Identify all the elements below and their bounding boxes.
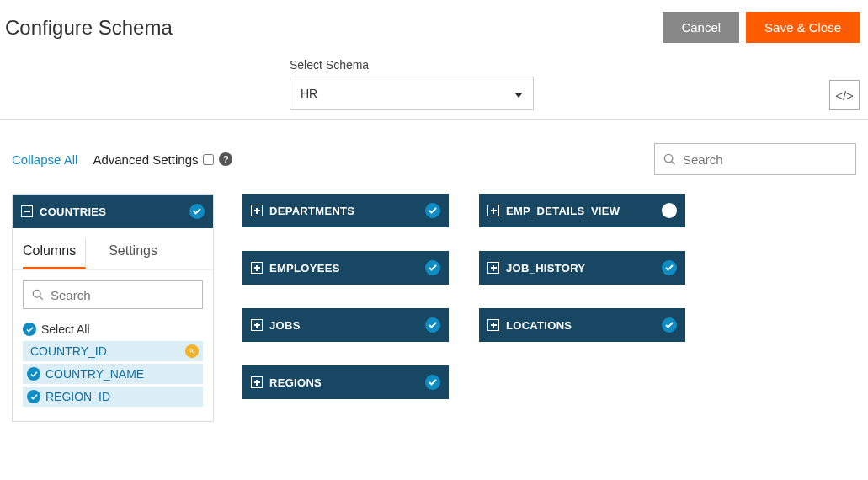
help-icon[interactable]: ? [219, 152, 232, 166]
select-schema-label: Select Schema [290, 58, 534, 72]
status-check-icon [425, 317, 440, 333]
table-name: JOB_HISTORY [506, 262, 662, 275]
expand-icon [487, 319, 499, 331]
svg-line-3 [40, 296, 43, 300]
status-check-icon [425, 203, 440, 218]
tab-columns[interactable]: Columns [23, 238, 86, 269]
svg-line-6 [194, 351, 194, 352]
table-name: EMPLOYEES [269, 262, 425, 275]
code-icon: </> [835, 88, 854, 103]
collapse-all-link[interactable]: Collapse All [12, 152, 77, 167]
table-card[interactable]: EMP_DETAILS_VIEW [479, 194, 685, 227]
table-name: DEPARTMENTS [269, 205, 425, 217]
expand-icon [487, 205, 499, 216]
code-view-button[interactable]: </> [829, 80, 860, 110]
tab-settings[interactable]: Settings [99, 238, 157, 269]
check-icon [27, 367, 40, 381]
expand-icon [251, 205, 263, 216]
status-check-icon [189, 204, 205, 219]
expand-icon [251, 319, 263, 331]
column-name: COUNTRY_ID [30, 344, 185, 358]
check-icon [23, 323, 36, 336]
search-icon [663, 153, 676, 166]
select-all-row[interactable]: Select All [13, 319, 213, 341]
column-search-input[interactable] [51, 288, 194, 302]
divider [0, 119, 868, 120]
column-item[interactable]: COUNTRY_ID [23, 341, 203, 361]
status-empty-icon [662, 203, 677, 218]
primary-key-icon [185, 344, 199, 358]
column-item[interactable]: COUNTRY_NAME [23, 364, 203, 384]
column-name: COUNTRY_NAME [45, 367, 199, 381]
check-icon [27, 390, 40, 403]
table-card[interactable]: JOBS [242, 308, 449, 342]
table-card[interactable]: JOB_HISTORY [479, 251, 685, 285]
expanded-table-panel: COUNTRIES Columns Settings Select [12, 194, 214, 422]
expand-icon [487, 262, 499, 274]
schema-dropdown[interactable]: HR [290, 77, 534, 110]
svg-point-2 [33, 290, 40, 297]
table-name: LOCATIONS [506, 319, 662, 332]
status-check-icon [662, 260, 677, 275]
save-close-button[interactable]: Save & Close [746, 12, 860, 43]
table-card-countries[interactable]: COUNTRIES [13, 195, 213, 228]
expand-icon [251, 262, 263, 274]
table-name: COUNTRIES [40, 205, 189, 218]
table-name: REGIONS [269, 376, 425, 389]
advanced-settings-checkbox[interactable] [203, 154, 214, 165]
status-check-icon [662, 317, 677, 333]
status-check-icon [425, 375, 440, 390]
table-name: JOBS [269, 319, 425, 332]
advanced-settings-label: Advanced Settings [93, 152, 198, 167]
global-search-input[interactable] [683, 152, 847, 167]
column-item[interactable]: REGION_ID [23, 387, 203, 407]
svg-point-0 [664, 154, 672, 162]
cancel-button[interactable]: Cancel [663, 12, 739, 43]
table-name: EMP_DETAILS_VIEW [506, 205, 662, 217]
schema-value: HR [301, 87, 317, 100]
collapse-icon [21, 205, 33, 217]
global-search[interactable] [654, 143, 856, 175]
column-search[interactable] [23, 280, 203, 309]
table-card[interactable]: LOCATIONS [479, 308, 685, 342]
search-icon [32, 289, 44, 301]
table-card[interactable]: REGIONS [242, 365, 449, 399]
table-card[interactable]: EMPLOYEES [242, 251, 449, 285]
expand-icon [251, 376, 263, 388]
table-card[interactable]: DEPARTMENTS [242, 194, 449, 227]
svg-line-1 [672, 161, 675, 164]
status-check-icon [425, 260, 440, 275]
column-name: REGION_ID [45, 390, 199, 403]
page-title: Configure Schema [5, 16, 173, 40]
caret-down-icon [514, 87, 523, 100]
select-all-label: Select All [41, 323, 90, 336]
